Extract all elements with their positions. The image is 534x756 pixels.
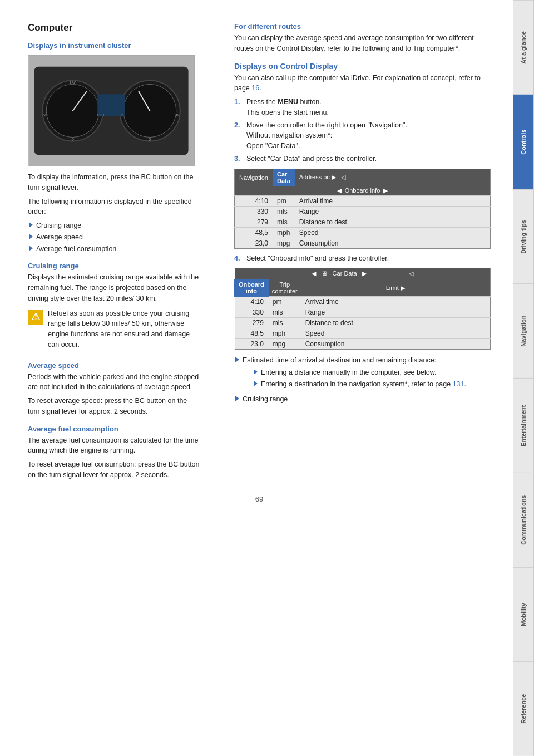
cruising-range-title: Cruising range	[28, 262, 200, 270]
step-1: 1. Press the MENU button.This opens the …	[234, 97, 491, 118]
arrow-icon	[235, 357, 239, 362]
side-tab-mobility[interactable]: Mobility	[513, 567, 534, 662]
sub-bullet-list: Entering a distance manually in the comp…	[243, 367, 466, 390]
right-column: For different routes You can display the…	[234, 22, 491, 484]
page-link-16[interactable]: 16	[251, 84, 259, 92]
subsection-instrument-title: Displays in instrument cluster	[28, 41, 200, 50]
nav-row-1: 4:10pmArrival time	[235, 195, 491, 206]
svg-text:180: 180	[69, 80, 77, 85]
side-tab-navigation[interactable]: Navigation	[513, 283, 534, 378]
column-divider	[217, 22, 217, 484]
svg-text:120: 120	[97, 112, 105, 117]
intro-text: To display the information, press the BC…	[28, 172, 200, 193]
car-tab-onboard[interactable]: Onboard info	[235, 279, 268, 296]
car-table-top-header: ◀ 🖥 Car Data ▶ ◁	[235, 268, 491, 280]
bullet-cruising-range: Cruising range	[234, 394, 491, 405]
navigation-table: Navigation Car Data Address bc ▶ ◁ ◀ Onb…	[234, 169, 491, 249]
after-table-bullets: Estimated time of arrival at destination…	[234, 355, 491, 404]
car-tab-trip: Trip computer	[268, 279, 301, 296]
sub-bullet-1: Entering a distance manually in the comp…	[253, 367, 466, 378]
warning-box: ⚠ Refuel as soon as possible once your c…	[28, 308, 200, 354]
svg-text:0: 0	[71, 137, 74, 142]
nav-tab-car-data[interactable]: Car Data	[273, 169, 295, 186]
average-fuel-title: Average fuel consumption	[28, 425, 200, 433]
page-number: 69	[28, 495, 491, 503]
bullet-arrival: Estimated time of arrival at destination…	[234, 355, 491, 392]
step4-list: 4. Select "Onboard info" and press the c…	[234, 253, 491, 264]
nav-tab-navigation: Navigation	[235, 169, 273, 186]
arrow-icon	[254, 369, 258, 375]
svg-text:6: 6	[176, 112, 179, 117]
side-tabs: At a glance Controls Driving tips Naviga…	[513, 0, 534, 756]
svg-text:0: 0	[149, 137, 151, 142]
average-speed-text2: To reset average speed: press the BC but…	[28, 396, 200, 417]
intro-text2: The following information is displayed i…	[28, 197, 200, 218]
car-row-3: 279mlsDistance to dest.	[235, 318, 491, 328]
warning-icon: ⚠	[28, 310, 43, 325]
sub-bullet-2: Entering a destination in the navigation…	[253, 379, 466, 390]
list-item-avg-fuel: Average fuel consumption	[28, 244, 200, 254]
list-item-avg-speed: Average speed	[28, 232, 200, 243]
arrow-icon	[254, 381, 258, 386]
page-link-131[interactable]: 131	[453, 380, 464, 388]
side-tab-controls[interactable]: Controls	[513, 95, 534, 189]
arrow-icon	[235, 396, 239, 401]
nav-table-container: Navigation Car Data Address bc ▶ ◁ ◀ Onb…	[234, 169, 491, 249]
side-tab-communications[interactable]: Communications	[513, 473, 534, 567]
car-row-1: 4:10pmArrival time	[235, 296, 491, 307]
car-table-container: ◀ 🖥 Car Data ▶ ◁ Onboard info Trip compu…	[234, 268, 491, 350]
svg-text:2: 2	[121, 112, 123, 117]
list-item-cruising: Cruising range	[28, 220, 200, 231]
nav-row-5: 23,0mpgConsumption	[235, 238, 491, 248]
step-4: 4. Select "Onboard info" and press the c…	[234, 253, 491, 264]
svg-text:60: 60	[43, 112, 48, 117]
step-2: 2. Move the controller to the right to o…	[234, 120, 491, 151]
nav-row-2: 330mlsRange	[235, 206, 491, 217]
nav-row-3: 279mlsDistance to dest.	[235, 217, 491, 227]
side-tab-entertainment[interactable]: Entertainment	[513, 378, 534, 473]
car-row-2: 330mlsRange	[235, 307, 491, 318]
car-data-table: ◀ 🖥 Car Data ▶ ◁ Onboard info Trip compu…	[234, 268, 491, 350]
car-tab-limit: Limit ▶	[301, 279, 491, 296]
average-fuel-text1: The average fuel consumption is calculat…	[28, 435, 200, 456]
side-tab-driving-tips[interactable]: Driving tips	[513, 189, 534, 284]
for-different-routes-title: For different routes	[234, 22, 491, 31]
average-speed-text1: Periods with the vehicle parked and the …	[28, 372, 200, 393]
nav-tab-address: Address bc ▶ ◁	[295, 169, 491, 186]
nav-table-header: Navigation Car Data Address bc ▶ ◁	[235, 169, 491, 186]
for-different-routes-text: You can display the average speed and av…	[234, 33, 491, 54]
main-bullet-list: Cruising range Average speed Average fue…	[28, 220, 200, 254]
left-column: Computer Displays in instrument cluster	[28, 22, 200, 484]
average-speed-title: Average speed	[28, 361, 200, 370]
car-row-4: 48,5mphSpeed	[235, 328, 491, 339]
nav-row-4: 48,5mphSpeed	[235, 227, 491, 238]
side-tab-reference[interactable]: Reference	[513, 661, 534, 756]
arrow-icon	[29, 222, 33, 228]
displays-on-control-text: You can also call up the computer via iD…	[234, 73, 491, 94]
displays-on-control-title: Displays on Control Display	[234, 62, 491, 71]
instrument-cluster-image: 0 60 120 180 0 2 6	[28, 55, 195, 166]
car-table-tab-header: Onboard info Trip computer Limit ▶	[235, 279, 491, 296]
side-tab-at-a-glance[interactable]: At a glance	[513, 0, 534, 95]
arrow-icon	[29, 246, 33, 251]
car-row-5: 23,0mpgConsumption	[235, 339, 491, 350]
step-3: 3. Select "Car Data" and press the contr…	[234, 154, 491, 164]
section-title: Computer	[28, 22, 200, 33]
nav-table-subheader: ◀ Onboard info ▶	[235, 186, 491, 196]
warning-text: Refuel as soon as possible once your cru…	[48, 308, 200, 350]
onboard-info-label: ◀ Onboard info ▶	[235, 186, 491, 196]
average-fuel-text2: To reset average fuel consumption: press…	[28, 459, 200, 480]
arrow-icon	[29, 234, 33, 239]
steps-list: 1. Press the MENU button.This opens the …	[234, 97, 491, 164]
cruising-range-text1: Displays the estimated cruising range av…	[28, 272, 200, 303]
